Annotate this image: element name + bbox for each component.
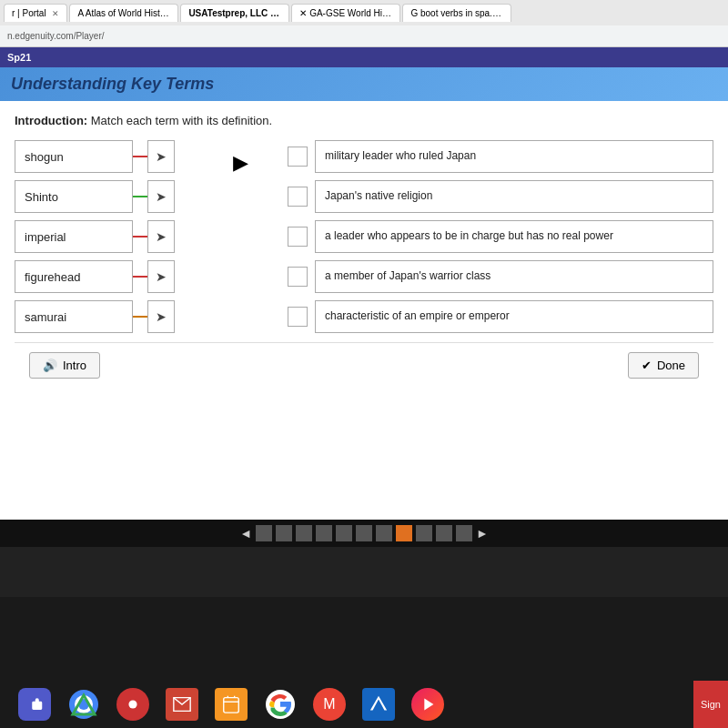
nav-next[interactable]: ► [476,526,489,541]
intro-bold: Introduction: [15,114,87,127]
checkbox-1[interactable] [288,147,308,167]
nav-sq-6[interactable] [376,525,392,541]
top-bar-label: Sp21 [7,52,31,63]
checkbox-4[interactable] [288,267,308,287]
taskbar-icon-teams[interactable] [18,688,51,721]
bottom-toolbar: 🔊 Intro ✔ Done [15,342,713,388]
checkmark-icon: ✔ [642,359,652,372]
taskbar-icon-gmail[interactable]: M [313,688,346,721]
arrow-btn-shogun[interactable]: ➤ [147,140,175,173]
arrow-btn-figurehead[interactable]: ➤ [147,260,175,293]
nav-sq-2[interactable] [296,525,312,541]
nav-sq-7[interactable] [396,525,412,541]
arrow-btn-shinto[interactable]: ➤ [147,180,175,213]
top-bar: Sp21 [0,47,728,67]
nav-sq-10[interactable] [456,525,472,541]
taskbar-icon-play[interactable] [411,688,444,721]
term-row-imperial: imperial ➤ [15,220,215,253]
nav-prev[interactable]: ◄ [239,526,252,541]
connector-shogun [133,156,147,157]
sign-button[interactable]: Sign [693,681,728,728]
url-text: n.edgenuity.com/Player/ [7,31,105,41]
nav-sq-9[interactable] [436,525,452,541]
tab-boot-verbs[interactable]: G boot verbs in spa... ✕ [402,4,511,22]
nav-sq-1[interactable] [276,525,292,541]
connector-figurehead [133,276,147,278]
term-row-samurai: samurai ➤ [15,300,215,333]
intro-body: Match each term with its definition. [87,114,272,127]
laptop-bezel [0,547,728,597]
definition-3[interactable]: a leader who appears to be in charge but… [315,220,713,253]
arrow-btn-imperial[interactable]: ➤ [147,220,175,253]
nav-sq-8[interactable] [416,525,432,541]
terms-column: shogun ➤ Shinto ➤ [15,140,215,333]
def-row-3: a leader who appears to be in charge but… [288,220,713,253]
svg-point-3 [128,700,136,708]
definitions-column: military leader who ruled Japan Japan's … [288,140,713,333]
term-imperial: imperial [15,220,133,253]
taskbar-icon-calendar[interactable] [215,688,248,721]
term-shogun: shogun [15,140,133,173]
nav-sq-4[interactable] [336,525,352,541]
tab-portal[interactable]: r | Portal ✕ [4,4,67,22]
matching-container: shogun ➤ Shinto ➤ [15,140,713,333]
tab-ga-gse[interactable]: ✕ GA-GSE World History ✕ [291,4,400,22]
connector-imperial [133,236,147,238]
taskbar-icon-google[interactable] [264,688,297,721]
taskbar: M Sign [0,681,728,728]
nav-sq-0[interactable] [256,525,272,541]
term-row-shogun: shogun ➤ [15,140,215,173]
checkbox-3[interactable] [288,227,308,247]
taskbar-icon-photos[interactable] [116,688,149,721]
intro-text: Introduction: Match each term with its d… [15,114,713,127]
mouse-cursor: ◀ [233,151,248,175]
definition-4[interactable]: a member of Japan's warrior class [315,260,713,293]
def-row-4: a member of Japan's warrior class [288,260,713,293]
main-panel: Introduction: Match each term with its d… [0,101,728,520]
checkbox-5[interactable] [288,307,308,327]
tab-atlas[interactable]: A Atlas of World History ✕ [69,4,178,22]
intro-icon: 🔊 [43,359,57,372]
intro-button[interactable]: 🔊 Intro [29,352,100,379]
term-row-figurehead: figurehead ➤ [15,260,215,293]
browser-tabs: r | Portal ✕ A Atlas of World History ✕ … [0,0,728,25]
svg-rect-4 [224,698,239,713]
address-bar[interactable]: n.edgenuity.com/Player/ [0,25,728,47]
term-samurai: samurai [15,300,133,333]
definition-5[interactable]: characteristic of an empire or emperor [315,300,713,333]
nav-bar: ◄ ► [0,520,728,547]
cursor-area: ◀ [233,140,269,175]
arrow-btn-samurai[interactable]: ➤ [147,300,175,333]
taskbar-icon-chrome[interactable] [67,688,100,721]
connector-samurai [133,316,147,318]
term-shinto: Shinto [15,180,133,213]
tab-usatestprep[interactable]: USATestprep, LLC - Onli... ✕ [180,4,289,22]
section-header: Understanding Key Terms [0,67,728,101]
term-figurehead: figurehead [15,260,133,293]
section-title: Understanding Key Terms [11,75,214,93]
definition-1[interactable]: military leader who ruled Japan [315,140,713,173]
taskbar-icon-drive[interactable] [362,688,395,721]
nav-sq-3[interactable] [316,525,332,541]
def-row-1: military leader who ruled Japan [288,140,713,173]
def-row-2: Japan's native religion [288,180,713,213]
connector-shinto [133,196,147,197]
done-button[interactable]: ✔ Done [628,352,699,379]
nav-sq-5[interactable] [356,525,372,541]
taskbar-icon-gmail-red[interactable] [166,688,198,721]
definition-2[interactable]: Japan's native religion [315,180,713,213]
def-row-5: characteristic of an empire or emperor [288,300,713,333]
term-row-shinto: Shinto ➤ [15,180,215,213]
checkbox-2[interactable] [288,187,308,207]
